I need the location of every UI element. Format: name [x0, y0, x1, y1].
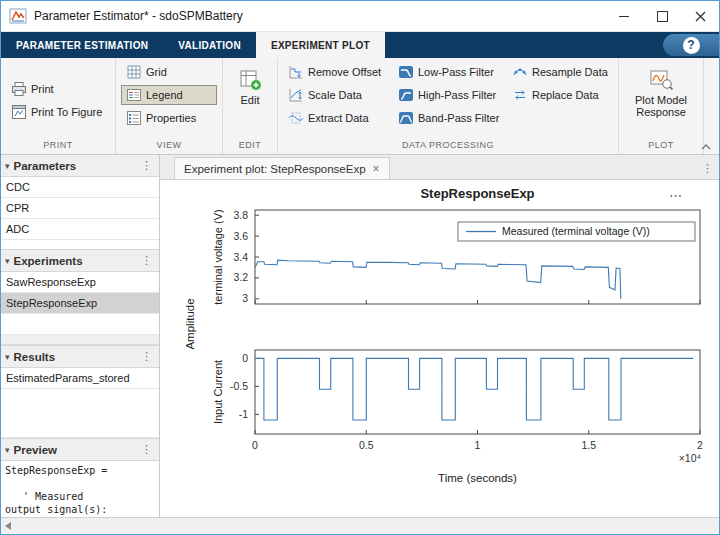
experiment-item-sawresponseexp[interactable]: SawResponseExp [1, 272, 159, 293]
app-window: Parameter Estimator* - sdoSPMBattery PAR… [0, 0, 720, 535]
help-button[interactable]: ? [683, 37, 700, 54]
tab-experiment-plot[interactable]: EXPERIMENT PLOT [256, 32, 385, 58]
svg-text:1: 1 [475, 439, 481, 451]
parameter-label: CPR [6, 202, 29, 214]
preview-menu-icon[interactable]: ⋮ [138, 443, 155, 456]
parameters-panel-header[interactable]: ▾ Parameters ⋮ [1, 155, 159, 177]
plot-model-response-button[interactable]: Plot Model Response [627, 62, 695, 138]
legend-button[interactable]: Legend [121, 85, 217, 105]
maximize-button[interactable] [643, 1, 681, 31]
printer-icon [11, 81, 27, 97]
parameters-menu-icon[interactable]: ⋮ [138, 159, 155, 172]
grid-label: Grid [146, 66, 167, 78]
collapse-arrow-icon: ▾ [5, 352, 10, 362]
experiment-plot-tab[interactable]: Experiment plot: StepResponseExp × [174, 157, 390, 179]
remove-offset-button[interactable]: Remove Offset [283, 62, 383, 82]
svg-text:3: 3 [242, 292, 248, 304]
svg-text:-1: -1 [239, 408, 248, 420]
plot-area: StepResponseExp ⋯ terminal voltage (V) I… [160, 180, 719, 517]
resample-data-button[interactable]: Resample Data [507, 62, 607, 82]
collapse-sidebar-icon[interactable] [5, 522, 11, 530]
band-pass-filter-button[interactable]: Band-Pass Filter [393, 108, 497, 128]
tab-validation[interactable]: VALIDATION [163, 32, 256, 58]
svg-text:0.5: 0.5 [359, 439, 374, 451]
preview-text: StepResponseExp = ' Measured output sign… [1, 461, 159, 517]
replace-data-button[interactable]: Replace Data [507, 85, 607, 105]
chart-canvas[interactable]: 33.23.43.63.8Measured (terminal voltage … [160, 180, 719, 500]
collapse-arrow-icon: ▾ [5, 161, 10, 171]
grid-icon [126, 64, 142, 80]
status-bar [1, 517, 719, 534]
minimize-icon [619, 16, 629, 17]
band-pass-filter-icon [398, 110, 414, 126]
svg-text:0: 0 [252, 439, 258, 451]
results-panel-title: Results [14, 351, 134, 363]
collapse-toolstrip-icon[interactable] [699, 139, 713, 151]
properties-icon [126, 110, 142, 126]
document-tab-bar: Experiment plot: StepResponseExp × ⋮ [160, 155, 719, 180]
result-item-estimatedparams[interactable]: EstimatedParams_stored [1, 368, 159, 389]
tab-bar-menu-icon[interactable]: ⋮ [702, 162, 719, 179]
high-pass-filter-button[interactable]: High-Pass Filter [393, 85, 497, 105]
collapse-arrow-icon: ▾ [5, 445, 10, 455]
content-area: ▾ Parameters ⋮ CDC CPR ADC ▾ Experiments… [1, 155, 719, 517]
svg-text:3.4: 3.4 [233, 251, 248, 263]
tab-label: VALIDATION [178, 40, 241, 51]
remove-offset-label: Remove Offset [308, 66, 381, 78]
section-label-print: PRINT [6, 138, 110, 154]
low-pass-filter-label: Low-Pass Filter [418, 66, 494, 78]
parameter-item-cdc[interactable]: CDC [1, 177, 159, 198]
grid-button[interactable]: Grid [121, 62, 217, 82]
results-panel-header[interactable]: ▾ Results ⋮ [1, 345, 159, 368]
experiment-item-empty [1, 314, 159, 335]
scale-data-icon [288, 87, 304, 103]
sidebar: ▾ Parameters ⋮ CDC CPR ADC ▾ Experiments… [1, 155, 160, 517]
svg-text:Measured (terminal voltage (V): Measured (terminal voltage (V)) [502, 225, 650, 237]
section-label-view: VIEW [121, 138, 217, 154]
result-label: EstimatedParams_stored [6, 372, 130, 384]
low-pass-filter-button[interactable]: Low-Pass Filter [393, 62, 497, 82]
replace-data-label: Replace Data [532, 89, 599, 101]
app-icon [9, 7, 27, 25]
svg-text:2: 2 [697, 439, 703, 451]
ribbon-tab-bar: PARAMETER ESTIMATION VALIDATION EXPERIME… [1, 32, 719, 58]
tab-parameter-estimation[interactable]: PARAMETER ESTIMATION [1, 32, 163, 58]
plot-section: Plot Model Response PLOT [619, 58, 704, 154]
scale-data-label: Scale Data [308, 89, 362, 101]
extract-data-icon [288, 110, 304, 126]
svg-text:1.5: 1.5 [581, 439, 596, 451]
edit-icon [238, 67, 262, 91]
extract-data-label: Extract Data [308, 112, 369, 124]
extract-data-button[interactable]: Extract Data [283, 108, 383, 128]
print-to-figure-icon [11, 104, 27, 120]
experiments-panel-header[interactable]: ▾ Experiments ⋮ [1, 249, 159, 272]
section-label-data-processing: DATA PROCESSING [283, 138, 613, 154]
replace-data-icon [512, 87, 528, 103]
experiment-item-stepresponseexp[interactable]: StepResponseExp [1, 293, 159, 314]
experiments-panel-title: Experiments [14, 255, 134, 267]
panel-splitter[interactable] [1, 335, 159, 345]
minimize-button[interactable] [605, 1, 643, 31]
window-title: Parameter Estimator* - sdoSPMBattery [34, 9, 605, 23]
tab-label: PARAMETER ESTIMATION [16, 40, 148, 51]
collapse-arrow-icon: ▾ [5, 256, 10, 266]
experiment-label: SawResponseExp [6, 276, 96, 288]
parameter-item-cpr[interactable]: CPR [1, 198, 159, 219]
tab-close-icon[interactable]: × [373, 162, 380, 176]
high-pass-filter-icon [398, 87, 414, 103]
print-button[interactable]: Print [6, 79, 110, 99]
experiments-menu-icon[interactable]: ⋮ [138, 254, 155, 267]
properties-button[interactable]: Properties [121, 108, 217, 128]
tab-label: EXPERIMENT PLOT [271, 40, 370, 51]
print-label: Print [31, 83, 54, 95]
close-button[interactable] [681, 1, 719, 31]
results-menu-icon[interactable]: ⋮ [138, 350, 155, 363]
scale-data-button[interactable]: Scale Data [283, 85, 383, 105]
parameter-item-adc[interactable]: ADC [1, 219, 159, 240]
edit-button[interactable]: Edit [233, 62, 267, 138]
preview-panel-header[interactable]: ▾ Preview ⋮ [1, 438, 159, 461]
view-section: Grid Legend Properties VIEW [116, 58, 223, 154]
toolstrip: Print Print To Figure PRINT Grid Legend [1, 58, 719, 155]
resample-data-label: Resample Data [532, 66, 608, 78]
print-to-figure-button[interactable]: Print To Figure [6, 102, 110, 122]
